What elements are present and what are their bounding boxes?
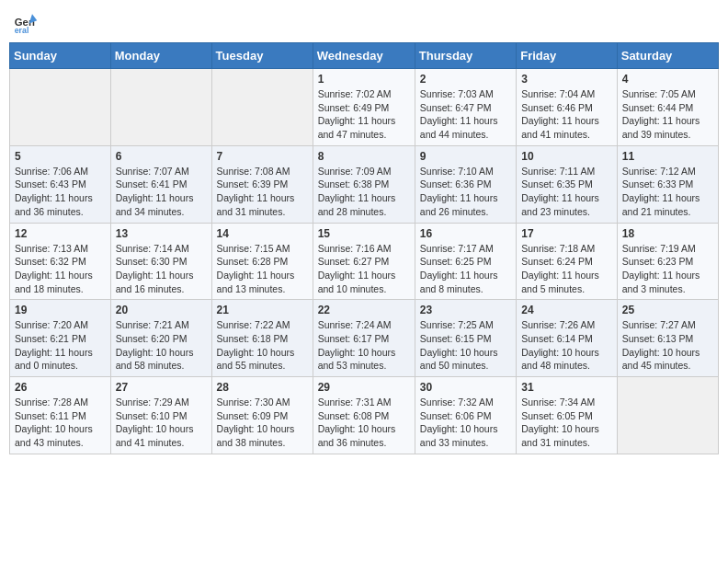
day-number: 3: [521, 73, 612, 86]
day-number: 1: [318, 73, 410, 86]
day-info: Sunrise: 7:09 AM Sunset: 6:38 PM Dayligh…: [318, 165, 410, 219]
calendar-day: 29Sunrise: 7:31 AM Sunset: 6:08 PM Dayli…: [313, 377, 415, 454]
calendar-day: 31Sunrise: 7:34 AM Sunset: 6:05 PM Dayli…: [517, 377, 618, 454]
calendar-day: 9Sunrise: 7:10 AM Sunset: 6:36 PM Daylig…: [415, 145, 516, 223]
day-number: 15: [318, 227, 410, 240]
day-info: Sunrise: 7:28 AM Sunset: 6:11 PM Dayligh…: [15, 396, 106, 450]
day-number: 5: [15, 150, 106, 163]
calendar-day: 23Sunrise: 7:25 AM Sunset: 6:15 PM Dayli…: [415, 300, 516, 377]
day-header-sunday: Sunday: [10, 43, 111, 69]
day-info: Sunrise: 7:05 AM Sunset: 6:44 PM Dayligh…: [622, 87, 713, 142]
day-number: 24: [521, 304, 612, 316]
calendar-week-4: 19Sunrise: 7:20 AM Sunset: 6:21 PM Dayli…: [10, 300, 719, 377]
day-number: 4: [622, 73, 713, 86]
calendar-day: 7Sunrise: 7:08 AM Sunset: 6:39 PM Daylig…: [211, 145, 313, 223]
calendar-day: 27Sunrise: 7:29 AM Sunset: 6:10 PM Dayli…: [110, 377, 211, 454]
calendar-day: 18Sunrise: 7:19 AM Sunset: 6:23 PM Dayli…: [617, 223, 718, 300]
calendar-day: 1Sunrise: 7:02 AM Sunset: 6:49 PM Daylig…: [313, 69, 415, 146]
calendar-day: 3Sunrise: 7:04 AM Sunset: 6:46 PM Daylig…: [517, 69, 618, 146]
day-number: 8: [318, 150, 410, 163]
calendar-day: 13Sunrise: 7:14 AM Sunset: 6:30 PM Dayli…: [110, 223, 211, 300]
day-info: Sunrise: 7:13 AM Sunset: 6:32 PM Dayligh…: [15, 242, 106, 296]
day-info: Sunrise: 7:25 AM Sunset: 6:15 PM Dayligh…: [420, 318, 511, 373]
day-number: 9: [420, 150, 511, 163]
calendar-day: 17Sunrise: 7:18 AM Sunset: 6:24 PM Dayli…: [517, 223, 618, 300]
day-number: 18: [622, 227, 713, 240]
day-info: Sunrise: 7:06 AM Sunset: 6:43 PM Dayligh…: [15, 165, 106, 219]
day-number: 30: [420, 381, 511, 394]
calendar-week-3: 12Sunrise: 7:13 AM Sunset: 6:32 PM Dayli…: [10, 223, 719, 300]
day-number: 16: [420, 227, 511, 240]
calendar-week-2: 5Sunrise: 7:06 AM Sunset: 6:43 PM Daylig…: [10, 145, 719, 223]
day-number: 12: [15, 227, 106, 240]
calendar-day: 28Sunrise: 7:30 AM Sunset: 6:09 PM Dayli…: [211, 377, 313, 454]
day-info: Sunrise: 7:03 AM Sunset: 6:47 PM Dayligh…: [420, 87, 511, 142]
calendar-day: 19Sunrise: 7:20 AM Sunset: 6:21 PM Dayli…: [10, 300, 111, 377]
day-header-tuesday: Tuesday: [211, 43, 313, 69]
day-info: Sunrise: 7:27 AM Sunset: 6:13 PM Dayligh…: [622, 318, 713, 373]
day-info: Sunrise: 7:08 AM Sunset: 6:39 PM Dayligh…: [217, 165, 308, 219]
calendar-day: 8Sunrise: 7:09 AM Sunset: 6:38 PM Daylig…: [313, 145, 415, 223]
day-header-friday: Friday: [517, 43, 618, 69]
calendar-day: 24Sunrise: 7:26 AM Sunset: 6:14 PM Dayli…: [517, 300, 618, 377]
day-info: Sunrise: 7:11 AM Sunset: 6:35 PM Dayligh…: [521, 165, 612, 219]
day-info: Sunrise: 7:32 AM Sunset: 6:06 PM Dayligh…: [420, 396, 511, 450]
day-number: 22: [318, 304, 410, 316]
day-info: Sunrise: 7:21 AM Sunset: 6:20 PM Dayligh…: [116, 318, 207, 373]
day-info: Sunrise: 7:31 AM Sunset: 6:08 PM Dayligh…: [318, 396, 410, 450]
calendar-day: 20Sunrise: 7:21 AM Sunset: 6:20 PM Dayli…: [110, 300, 211, 377]
day-info: Sunrise: 7:20 AM Sunset: 6:21 PM Dayligh…: [15, 318, 106, 373]
calendar-day: 21Sunrise: 7:22 AM Sunset: 6:18 PM Dayli…: [211, 300, 313, 377]
logo: Gen eral: [13, 9, 42, 35]
day-number: 26: [15, 381, 106, 394]
calendar-day: 4Sunrise: 7:05 AM Sunset: 6:44 PM Daylig…: [617, 69, 718, 146]
day-info: Sunrise: 7:17 AM Sunset: 6:25 PM Dayligh…: [420, 242, 511, 296]
logo-icon: Gen eral: [13, 9, 39, 35]
calendar-day: 12Sunrise: 7:13 AM Sunset: 6:32 PM Dayli…: [10, 223, 111, 300]
day-number: 23: [420, 304, 511, 316]
day-header-monday: Monday: [110, 43, 211, 69]
calendar-day: 16Sunrise: 7:17 AM Sunset: 6:25 PM Dayli…: [415, 223, 516, 300]
day-header-saturday: Saturday: [617, 43, 718, 69]
calendar-day: [110, 69, 211, 146]
day-info: Sunrise: 7:22 AM Sunset: 6:18 PM Dayligh…: [217, 318, 308, 373]
calendar-table: SundayMondayTuesdayWednesdayThursdayFrid…: [9, 42, 719, 454]
day-number: 27: [116, 381, 207, 394]
day-number: 6: [116, 150, 207, 163]
day-info: Sunrise: 7:19 AM Sunset: 6:23 PM Dayligh…: [622, 242, 713, 296]
day-info: Sunrise: 7:07 AM Sunset: 6:41 PM Dayligh…: [116, 165, 207, 219]
day-info: Sunrise: 7:16 AM Sunset: 6:27 PM Dayligh…: [318, 242, 410, 296]
day-header-wednesday: Wednesday: [313, 43, 415, 69]
day-number: 29: [318, 381, 410, 394]
calendar-week-1: 1Sunrise: 7:02 AM Sunset: 6:49 PM Daylig…: [10, 69, 719, 146]
calendar-day: 11Sunrise: 7:12 AM Sunset: 6:33 PM Dayli…: [617, 145, 718, 223]
day-number: 20: [116, 304, 207, 316]
calendar-day: 22Sunrise: 7:24 AM Sunset: 6:17 PM Dayli…: [313, 300, 415, 377]
day-number: 21: [217, 304, 308, 316]
calendar-day: 26Sunrise: 7:28 AM Sunset: 6:11 PM Dayli…: [10, 377, 111, 454]
day-number: 10: [521, 150, 612, 163]
day-info: Sunrise: 7:14 AM Sunset: 6:30 PM Dayligh…: [116, 242, 207, 296]
day-number: 2: [420, 73, 511, 86]
day-info: Sunrise: 7:15 AM Sunset: 6:28 PM Dayligh…: [217, 242, 308, 296]
calendar-header-row: SundayMondayTuesdayWednesdayThursdayFrid…: [10, 43, 719, 69]
calendar-day: 10Sunrise: 7:11 AM Sunset: 6:35 PM Dayli…: [517, 145, 618, 223]
svg-text:eral: eral: [15, 26, 29, 35]
page-header: Gen eral: [9, 9, 719, 35]
day-number: 14: [217, 227, 308, 240]
day-info: Sunrise: 7:02 AM Sunset: 6:49 PM Dayligh…: [318, 87, 410, 142]
calendar-day: 25Sunrise: 7:27 AM Sunset: 6:13 PM Dayli…: [617, 300, 718, 377]
day-number: 31: [521, 381, 612, 394]
calendar-day: 15Sunrise: 7:16 AM Sunset: 6:27 PM Dayli…: [313, 223, 415, 300]
calendar-day: 5Sunrise: 7:06 AM Sunset: 6:43 PM Daylig…: [10, 145, 111, 223]
day-number: 25: [622, 304, 713, 316]
day-info: Sunrise: 7:34 AM Sunset: 6:05 PM Dayligh…: [521, 396, 612, 450]
day-info: Sunrise: 7:30 AM Sunset: 6:09 PM Dayligh…: [217, 396, 308, 450]
day-info: Sunrise: 7:18 AM Sunset: 6:24 PM Dayligh…: [521, 242, 612, 296]
day-number: 7: [217, 150, 308, 163]
day-number: 19: [15, 304, 106, 316]
calendar-day: 2Sunrise: 7:03 AM Sunset: 6:47 PM Daylig…: [415, 69, 516, 146]
calendar-day: [211, 69, 313, 146]
day-number: 28: [217, 381, 308, 394]
day-info: Sunrise: 7:04 AM Sunset: 6:46 PM Dayligh…: [521, 87, 612, 142]
